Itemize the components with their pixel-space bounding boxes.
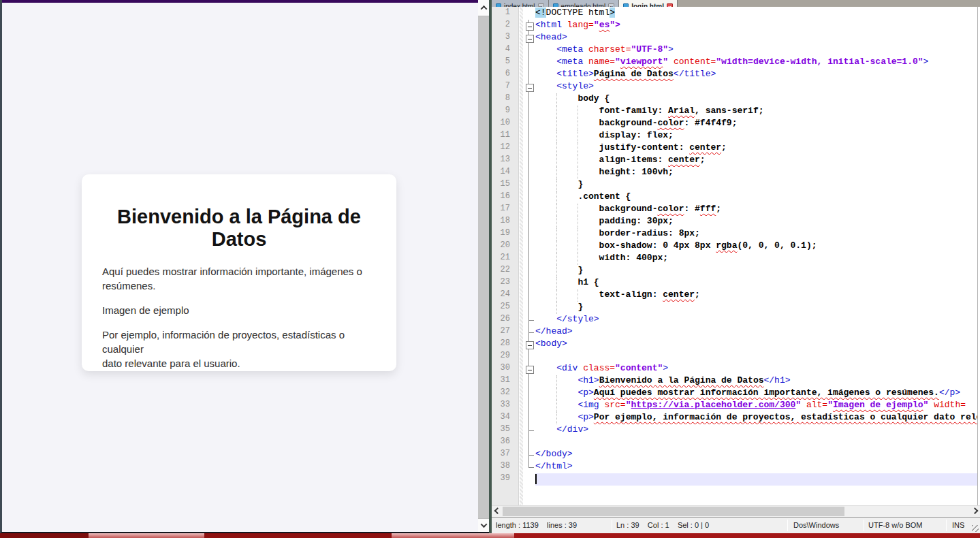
code-line-5[interactable]: 5 <meta name="viewport" content="width=d… — [492, 57, 980, 69]
scrollbar-thumb[interactable] — [478, 16, 489, 518]
code-text[interactable]: <h1>Bienvenido a la Página de Datos</h1> — [535, 375, 980, 387]
code-text[interactable]: <meta name="viewport" content="width=dev… — [535, 57, 980, 69]
code-line-36[interactable]: 36 — [492, 437, 980, 449]
code-line-16[interactable]: 16 .content { — [492, 191, 980, 204]
fold-toggle-icon[interactable] — [523, 32, 535, 44]
code-text[interactable]: text-align: center; — [535, 289, 980, 302]
code-line-29[interactable]: 29 — [492, 351, 980, 363]
code-text[interactable]: <body> — [535, 338, 980, 351]
code-text[interactable]: background-color: #f4f4f9; — [535, 118, 980, 130]
code-text[interactable]: width: 400px; — [535, 253, 980, 265]
code-line-6[interactable]: 6 <title>Página de Datos</title> — [492, 69, 980, 81]
code-text[interactable]: padding: 30px; — [535, 216, 980, 228]
code-editor[interactable]: 1<!DOCTYPE html>2<html lang="es">3<head>… — [492, 7, 980, 505]
code-text[interactable]: </body> — [535, 449, 980, 461]
code-text[interactable]: body { — [535, 93, 980, 106]
code-line-19[interactable]: 19 border-radius: 8px; — [492, 228, 980, 240]
code-line-10[interactable]: 10 background-color: #f4f4f9; — [492, 118, 980, 130]
code-text[interactable]: align-items: center; — [535, 155, 980, 167]
code-line-38[interactable]: 38</html> — [492, 461, 980, 473]
code-line-26[interactable]: 26 </style> — [492, 314, 980, 326]
code-text[interactable]: <img src="https://via.placeholder.com/30… — [535, 400, 980, 412]
fold-toggle-icon[interactable] — [523, 20, 535, 32]
code-text[interactable]: <!DOCTYPE html> — [535, 7, 980, 20]
code-line-8[interactable]: 8 body { — [492, 93, 980, 106]
code-text[interactable]: } — [535, 179, 980, 191]
code-text[interactable]: <p>Por ejemplo, información de proyectos… — [535, 412, 980, 424]
code-text[interactable] — [535, 351, 980, 363]
code-line-31[interactable]: 31 <h1>Bienvenido a la Página de Datos</… — [492, 375, 980, 387]
code-text[interactable]: <head> — [535, 32, 980, 44]
code-text[interactable]: } — [535, 265, 980, 277]
code-line-13[interactable]: 13 align-items: center; — [492, 155, 980, 167]
code-text[interactable]: <p>Aquí puedes mostrar información impor… — [535, 387, 980, 400]
hscrollbar-thumb[interactable] — [503, 507, 844, 516]
code-text[interactable]: </html> — [535, 461, 980, 473]
code-text[interactable]: </style> — [535, 314, 980, 326]
code-line-37[interactable]: 37</body> — [492, 449, 980, 461]
horizontal-scrollbar[interactable] — [492, 505, 980, 517]
code-text[interactable]: box-shadow: 0 4px 8px rgba(0, 0, 0, 0.1)… — [535, 240, 980, 253]
tab-login-html[interactable]: login.html x — [619, 0, 678, 7]
code-line-27[interactable]: 27</head> — [492, 326, 980, 338]
code-line-25[interactable]: 25 } — [492, 302, 980, 314]
code-line-17[interactable]: 17 background-color: #fff; — [492, 204, 980, 216]
code-text[interactable]: display: flex; — [535, 130, 980, 142]
code-text[interactable] — [535, 473, 980, 486]
code-line-2[interactable]: 2<html lang="es"> — [492, 20, 980, 32]
code-line-30[interactable]: 30 <div class="content"> — [492, 363, 980, 375]
taskbar-button[interactable] — [89, 533, 204, 538]
code-text[interactable]: <title>Página de Datos</title> — [535, 69, 980, 81]
code-text[interactable]: border-radius: 8px; — [535, 228, 980, 240]
code-line-14[interactable]: 14 height: 100vh; — [492, 167, 980, 179]
browser-vertical-scrollbar[interactable] — [478, 0, 489, 532]
code-text[interactable]: </div> — [535, 424, 980, 437]
code-line-1[interactable]: 1<!DOCTYPE html> — [492, 7, 980, 20]
scroll-up-button[interactable] — [478, 0, 489, 16]
code-text[interactable]: <meta charset="UTF-8"> — [535, 44, 980, 57]
code-line-7[interactable]: 7 <style> — [492, 81, 980, 93]
code-line-20[interactable]: 20 box-shadow: 0 4px 8px rgba(0, 0, 0, 0… — [492, 240, 980, 253]
code-line-28[interactable]: 28<body> — [492, 338, 980, 351]
indent-guide — [556, 387, 557, 400]
tab-empleado-html[interactable]: empleado.html x — [549, 0, 620, 7]
code-text[interactable]: h1 { — [535, 277, 980, 289]
taskbar-button[interactable] — [392, 533, 514, 538]
code-line-12[interactable]: 12 justify-content: center; — [492, 142, 980, 155]
code-line-39[interactable]: 39 — [492, 473, 980, 486]
code-line-9[interactable]: 9 font-family: Arial, sans-serif; — [492, 106, 980, 118]
code-text[interactable]: </head> — [535, 326, 980, 338]
code-line-23[interactable]: 23 h1 { — [492, 277, 980, 289]
scroll-left-button[interactable] — [492, 506, 503, 518]
fold-toggle-icon[interactable] — [523, 81, 535, 93]
scroll-down-button[interactable] — [478, 518, 489, 532]
code-text[interactable]: } — [535, 302, 980, 314]
fold-toggle-icon[interactable] — [523, 363, 535, 375]
resize-grip-icon[interactable] — [972, 525, 979, 532]
tab-index-html[interactable]: index.html x — [492, 0, 549, 7]
code-line-3[interactable]: 3<head> — [492, 32, 980, 44]
code-line-32[interactable]: 32 <p>Aquí puedes mostrar información im… — [492, 387, 980, 400]
code-line-4[interactable]: 4 <meta charset="UTF-8"> — [492, 44, 980, 57]
code-text[interactable]: height: 100vh; — [535, 167, 980, 179]
fold-toggle-icon[interactable] — [523, 338, 535, 351]
code-line-33[interactable]: 33 <img src="https://via.placeholder.com… — [492, 400, 980, 412]
status-typing-mode[interactable]: INS — [952, 521, 964, 529]
code-line-24[interactable]: 24 text-align: center; — [492, 289, 980, 302]
code-text[interactable]: .content { — [535, 191, 980, 204]
code-text[interactable]: justify-content: center; — [535, 142, 980, 155]
code-line-21[interactable]: 21 width: 400px; — [492, 253, 980, 265]
code-line-35[interactable]: 35 </div> — [492, 424, 980, 437]
scroll-right-button[interactable] — [969, 506, 980, 518]
code-text[interactable]: <style> — [535, 81, 980, 93]
code-text[interactable]: font-family: Arial, sans-serif; — [535, 106, 980, 118]
code-text[interactable]: <html lang="es"> — [535, 20, 980, 32]
code-line-34[interactable]: 34 <p>Por ejemplo, información de proyec… — [492, 412, 980, 424]
code-line-15[interactable]: 15 } — [492, 179, 980, 191]
code-line-22[interactable]: 22 } — [492, 265, 980, 277]
code-line-11[interactable]: 11 display: flex; — [492, 130, 980, 142]
code-text[interactable]: background-color: #fff; — [535, 204, 980, 216]
code-text[interactable]: <div class="content"> — [535, 363, 980, 375]
code-line-18[interactable]: 18 padding: 30px; — [492, 216, 980, 228]
code-text[interactable] — [535, 437, 980, 449]
